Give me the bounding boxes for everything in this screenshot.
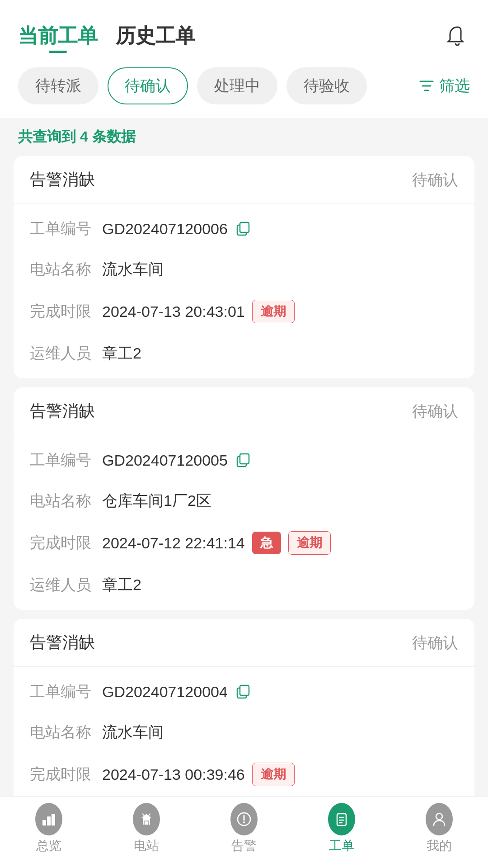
card-3-station-value: 流水车间 bbox=[102, 722, 164, 743]
tab-current[interactable]: 当前工单 bbox=[18, 23, 98, 49]
card-1-station-label: 电站名称 bbox=[30, 259, 102, 280]
header: 当前工单 历史工单 bbox=[0, 0, 488, 58]
cards-container: 告警消缺 待确认 工单编号 GD202407120006 电站名称 bbox=[0, 156, 488, 841]
card-1-deadline-row: 完成时限 2024-07-13 20:43:01 逾期 bbox=[14, 290, 474, 333]
nav-label-station: 电站 bbox=[134, 837, 159, 854]
alert-icon bbox=[230, 806, 258, 833]
card-2-deadline-label: 完成时限 bbox=[30, 533, 102, 553]
card-2-copy-icon[interactable] bbox=[235, 452, 251, 468]
card-1-order-row: 工单编号 GD202407120006 bbox=[14, 208, 474, 249]
filter-button[interactable]: 筛选 bbox=[418, 75, 470, 96]
tab-history[interactable]: 历史工单 bbox=[116, 23, 195, 49]
card-3-deadline-value: 2024-07-13 00:39:46 逾期 bbox=[102, 763, 295, 786]
card-1-station-row: 电站名称 流水车间 bbox=[14, 249, 474, 290]
card-2-status: 待确认 bbox=[412, 401, 458, 422]
card-1-body: 工单编号 GD202407120006 电站名称 流水车间 完成时限 bbox=[14, 204, 474, 378]
nav-item-overview[interactable]: 总览 bbox=[35, 806, 62, 854]
svg-rect-6 bbox=[42, 820, 46, 826]
card-2-operator-value: 章工2 bbox=[102, 575, 141, 595]
svg-rect-3 bbox=[240, 454, 249, 464]
nav-label-workorder: 工单 bbox=[329, 837, 354, 854]
card-2-station-label: 电站名称 bbox=[30, 491, 102, 511]
bell-icon[interactable] bbox=[445, 24, 470, 49]
header-tabs: 当前工单 历史工单 bbox=[18, 23, 195, 49]
card-1-order-value: GD202407120006 bbox=[102, 220, 251, 238]
svg-point-16 bbox=[436, 813, 442, 820]
card-2-deadline-row: 完成时限 2024-07-12 22:41:14 急 逾期 bbox=[14, 521, 474, 565]
card-2-badge-urgent: 急 bbox=[252, 532, 281, 554]
nav-item-workorder[interactable]: 工单 bbox=[328, 806, 355, 854]
card-2[interactable]: 告警消缺 待确认 工单编号 GD202407120005 电站名称 bbox=[14, 387, 474, 610]
svg-rect-7 bbox=[47, 816, 51, 826]
card-2-body: 工单编号 GD202407120005 电站名称 仓库车间1厂2区 完成时限 bbox=[14, 435, 474, 610]
card-2-deadline-value: 2024-07-12 22:41:14 急 逾期 bbox=[102, 531, 331, 555]
card-1-operator-row: 运维人员 章工2 bbox=[14, 333, 474, 374]
card-1-status: 待确认 bbox=[412, 170, 458, 190]
filter-tab-processing[interactable]: 处理中 bbox=[197, 67, 277, 104]
card-2-badge-overdue: 逾期 bbox=[288, 531, 331, 555]
filter-tab-pending-accept[interactable]: 待验收 bbox=[286, 67, 367, 104]
card-1[interactable]: 告警消缺 待确认 工单编号 GD202407120006 电站名称 bbox=[14, 156, 474, 378]
card-1-station-value: 流水车间 bbox=[102, 259, 164, 280]
filter-tab-pending-confirm[interactable]: 待确认 bbox=[108, 67, 188, 104]
count-prefix: 共查询到 bbox=[18, 128, 76, 145]
svg-rect-5 bbox=[240, 685, 249, 695]
card-1-operator-value: 章工2 bbox=[102, 343, 141, 364]
card-3-badge-overdue: 逾期 bbox=[252, 763, 295, 786]
card-2-operator-row: 运维人员 章工2 bbox=[14, 565, 474, 605]
card-1-deadline-value: 2024-07-13 20:43:01 逾期 bbox=[102, 300, 295, 323]
card-2-type: 告警消缺 bbox=[30, 400, 95, 422]
card-1-operator-label: 运维人员 bbox=[30, 343, 102, 364]
card-3-status: 待确认 bbox=[412, 632, 458, 653]
card-3-order-row: 工单编号 GD202407120004 bbox=[14, 671, 474, 712]
card-2-station-row: 电站名称 仓库车间1厂2区 bbox=[14, 481, 474, 521]
chart-icon bbox=[35, 806, 62, 833]
card-2-station-value: 仓库车间1厂2区 bbox=[102, 491, 211, 511]
card-2-header: 告警消缺 待确认 bbox=[14, 387, 474, 435]
nav-item-mine[interactable]: 我的 bbox=[426, 806, 453, 854]
card-3-station-row: 电站名称 流水车间 bbox=[14, 712, 474, 753]
filter-tab-pending-assign[interactable]: 待转派 bbox=[18, 67, 99, 104]
card-2-order-label: 工单编号 bbox=[30, 450, 102, 471]
card-3-deadline-label: 完成时限 bbox=[30, 764, 102, 785]
svg-rect-1 bbox=[240, 222, 249, 232]
card-1-copy-icon[interactable] bbox=[235, 221, 251, 237]
card-3-header: 告警消缺 待确认 bbox=[14, 619, 474, 667]
count-number: 4 bbox=[80, 128, 88, 145]
card-3-station-label: 电站名称 bbox=[30, 722, 102, 743]
nav-label-alert: 告警 bbox=[231, 837, 257, 854]
card-1-badge-overdue: 逾期 bbox=[252, 300, 295, 323]
workorder-icon bbox=[328, 806, 355, 833]
card-3-type: 告警消缺 bbox=[30, 632, 95, 654]
card-3-order-label: 工单编号 bbox=[30, 681, 102, 702]
user-icon bbox=[426, 806, 453, 833]
card-3-copy-icon[interactable] bbox=[235, 684, 251, 700]
card-1-header: 告警消缺 待确认 bbox=[14, 156, 474, 204]
filter-tabs: 待转派 待确认 处理中 待验收 筛选 bbox=[0, 58, 488, 118]
station-icon bbox=[133, 806, 160, 833]
count-bar: 共查询到 4 条数据 bbox=[0, 118, 488, 156]
card-2-order-value: GD202407120005 bbox=[102, 452, 251, 469]
card-3-order-value: GD202407120004 bbox=[102, 683, 251, 701]
svg-point-11 bbox=[243, 821, 245, 823]
card-3-deadline-row: 完成时限 2024-07-13 00:39:46 逾期 bbox=[14, 753, 474, 796]
nav-label-overview: 总览 bbox=[36, 837, 61, 854]
card-2-operator-label: 运维人员 bbox=[30, 575, 102, 595]
card-1-type: 告警消缺 bbox=[30, 169, 95, 191]
card-1-order-label: 工单编号 bbox=[30, 218, 102, 239]
svg-rect-8 bbox=[52, 814, 55, 826]
card-2-order-row: 工单编号 GD202407120005 bbox=[14, 440, 474, 481]
bottom-nav: 总览 电站 告警 bbox=[0, 796, 488, 868]
nav-item-station[interactable]: 电站 bbox=[133, 806, 160, 854]
filter-label: 筛选 bbox=[439, 75, 470, 96]
count-suffix: 条数据 bbox=[92, 128, 136, 145]
card-1-deadline-label: 完成时限 bbox=[30, 301, 102, 322]
nav-item-alert[interactable]: 告警 bbox=[230, 806, 258, 854]
nav-label-mine: 我的 bbox=[427, 837, 452, 854]
